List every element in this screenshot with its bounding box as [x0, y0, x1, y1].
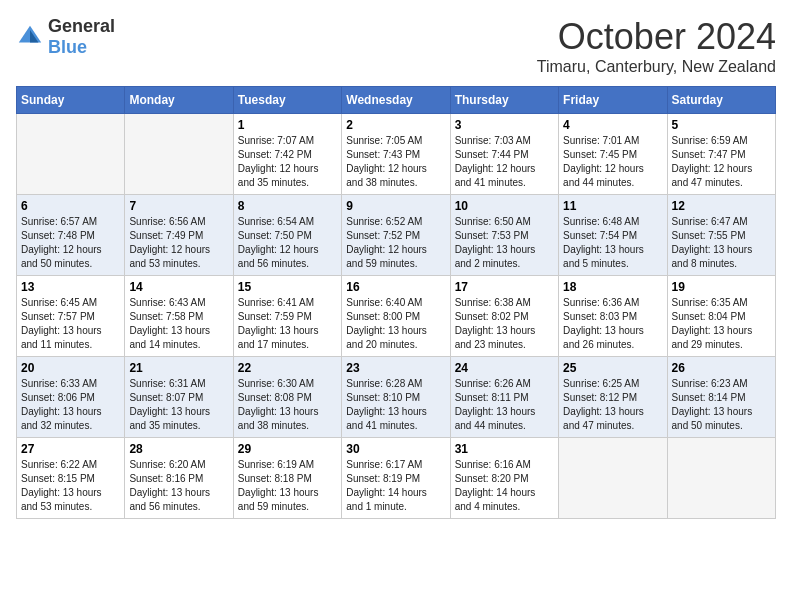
calendar-cell: 18 Sunrise: 6:36 AMSunset: 8:03 PMDaylig…	[559, 276, 667, 357]
logo-blue: Blue	[48, 37, 87, 57]
calendar-cell: 13 Sunrise: 6:45 AMSunset: 7:57 PMDaylig…	[17, 276, 125, 357]
calendar-cell: 15 Sunrise: 6:41 AMSunset: 7:59 PMDaylig…	[233, 276, 341, 357]
day-number: 26	[672, 361, 771, 375]
day-info: Sunrise: 6:31 AMSunset: 8:07 PMDaylight:…	[129, 378, 210, 431]
day-info: Sunrise: 6:50 AMSunset: 7:53 PMDaylight:…	[455, 216, 536, 269]
day-info: Sunrise: 6:35 AMSunset: 8:04 PMDaylight:…	[672, 297, 753, 350]
day-info: Sunrise: 6:17 AMSunset: 8:19 PMDaylight:…	[346, 459, 427, 512]
day-info: Sunrise: 6:59 AMSunset: 7:47 PMDaylight:…	[672, 135, 753, 188]
calendar-cell: 2 Sunrise: 7:05 AMSunset: 7:43 PMDayligh…	[342, 114, 450, 195]
day-info: Sunrise: 6:41 AMSunset: 7:59 PMDaylight:…	[238, 297, 319, 350]
calendar-cell: 9 Sunrise: 6:52 AMSunset: 7:52 PMDayligh…	[342, 195, 450, 276]
day-info: Sunrise: 6:30 AMSunset: 8:08 PMDaylight:…	[238, 378, 319, 431]
day-info: Sunrise: 6:26 AMSunset: 8:11 PMDaylight:…	[455, 378, 536, 431]
logo-icon	[16, 23, 44, 51]
day-number: 13	[21, 280, 120, 294]
calendar-cell: 12 Sunrise: 6:47 AMSunset: 7:55 PMDaylig…	[667, 195, 775, 276]
day-number: 14	[129, 280, 228, 294]
day-info: Sunrise: 6:25 AMSunset: 8:12 PMDaylight:…	[563, 378, 644, 431]
week-row-3: 13 Sunrise: 6:45 AMSunset: 7:57 PMDaylig…	[17, 276, 776, 357]
calendar-cell: 17 Sunrise: 6:38 AMSunset: 8:02 PMDaylig…	[450, 276, 558, 357]
day-number: 7	[129, 199, 228, 213]
calendar-cell: 23 Sunrise: 6:28 AMSunset: 8:10 PMDaylig…	[342, 357, 450, 438]
calendar-cell: 25 Sunrise: 6:25 AMSunset: 8:12 PMDaylig…	[559, 357, 667, 438]
day-info: Sunrise: 6:47 AMSunset: 7:55 PMDaylight:…	[672, 216, 753, 269]
day-number: 11	[563, 199, 662, 213]
day-header-friday: Friday	[559, 87, 667, 114]
calendar-cell: 26 Sunrise: 6:23 AMSunset: 8:14 PMDaylig…	[667, 357, 775, 438]
calendar-cell	[667, 438, 775, 519]
day-info: Sunrise: 6:48 AMSunset: 7:54 PMDaylight:…	[563, 216, 644, 269]
calendar-cell: 6 Sunrise: 6:57 AMSunset: 7:48 PMDayligh…	[17, 195, 125, 276]
day-info: Sunrise: 7:05 AMSunset: 7:43 PMDaylight:…	[346, 135, 427, 188]
day-number: 28	[129, 442, 228, 456]
day-info: Sunrise: 7:07 AMSunset: 7:42 PMDaylight:…	[238, 135, 319, 188]
day-number: 19	[672, 280, 771, 294]
day-header-sunday: Sunday	[17, 87, 125, 114]
month-title: October 2024	[537, 16, 776, 58]
day-number: 16	[346, 280, 445, 294]
calendar-cell	[17, 114, 125, 195]
calendar-cell: 19 Sunrise: 6:35 AMSunset: 8:04 PMDaylig…	[667, 276, 775, 357]
day-info: Sunrise: 6:23 AMSunset: 8:14 PMDaylight:…	[672, 378, 753, 431]
logo-text: General Blue	[48, 16, 115, 58]
calendar-cell	[559, 438, 667, 519]
day-number: 4	[563, 118, 662, 132]
calendar-cell: 14 Sunrise: 6:43 AMSunset: 7:58 PMDaylig…	[125, 276, 233, 357]
calendar-cell: 7 Sunrise: 6:56 AMSunset: 7:49 PMDayligh…	[125, 195, 233, 276]
calendar-cell: 11 Sunrise: 6:48 AMSunset: 7:54 PMDaylig…	[559, 195, 667, 276]
calendar-cell: 24 Sunrise: 6:26 AMSunset: 8:11 PMDaylig…	[450, 357, 558, 438]
day-number: 24	[455, 361, 554, 375]
logo-general: General	[48, 16, 115, 36]
calendar-cell: 16 Sunrise: 6:40 AMSunset: 8:00 PMDaylig…	[342, 276, 450, 357]
calendar-cell	[125, 114, 233, 195]
header-row: SundayMondayTuesdayWednesdayThursdayFrid…	[17, 87, 776, 114]
day-number: 30	[346, 442, 445, 456]
day-info: Sunrise: 7:01 AMSunset: 7:45 PMDaylight:…	[563, 135, 644, 188]
calendar-cell: 20 Sunrise: 6:33 AMSunset: 8:06 PMDaylig…	[17, 357, 125, 438]
calendar-cell: 28 Sunrise: 6:20 AMSunset: 8:16 PMDaylig…	[125, 438, 233, 519]
day-number: 20	[21, 361, 120, 375]
day-header-saturday: Saturday	[667, 87, 775, 114]
title-section: October 2024 Timaru, Canterbury, New Zea…	[537, 16, 776, 76]
day-number: 31	[455, 442, 554, 456]
day-header-monday: Monday	[125, 87, 233, 114]
day-number: 9	[346, 199, 445, 213]
day-number: 15	[238, 280, 337, 294]
calendar-cell: 4 Sunrise: 7:01 AMSunset: 7:45 PMDayligh…	[559, 114, 667, 195]
calendar-cell: 1 Sunrise: 7:07 AMSunset: 7:42 PMDayligh…	[233, 114, 341, 195]
week-row-2: 6 Sunrise: 6:57 AMSunset: 7:48 PMDayligh…	[17, 195, 776, 276]
calendar-cell: 30 Sunrise: 6:17 AMSunset: 8:19 PMDaylig…	[342, 438, 450, 519]
day-info: Sunrise: 6:36 AMSunset: 8:03 PMDaylight:…	[563, 297, 644, 350]
day-info: Sunrise: 6:40 AMSunset: 8:00 PMDaylight:…	[346, 297, 427, 350]
day-info: Sunrise: 6:22 AMSunset: 8:15 PMDaylight:…	[21, 459, 102, 512]
day-info: Sunrise: 6:45 AMSunset: 7:57 PMDaylight:…	[21, 297, 102, 350]
calendar-cell: 8 Sunrise: 6:54 AMSunset: 7:50 PMDayligh…	[233, 195, 341, 276]
day-number: 3	[455, 118, 554, 132]
calendar-cell: 31 Sunrise: 6:16 AMSunset: 8:20 PMDaylig…	[450, 438, 558, 519]
day-number: 23	[346, 361, 445, 375]
calendar-cell: 5 Sunrise: 6:59 AMSunset: 7:47 PMDayligh…	[667, 114, 775, 195]
day-number: 6	[21, 199, 120, 213]
day-number: 18	[563, 280, 662, 294]
day-number: 21	[129, 361, 228, 375]
day-number: 10	[455, 199, 554, 213]
page-header: General Blue October 2024 Timaru, Canter…	[16, 16, 776, 76]
day-number: 25	[563, 361, 662, 375]
day-number: 1	[238, 118, 337, 132]
calendar-cell: 3 Sunrise: 7:03 AMSunset: 7:44 PMDayligh…	[450, 114, 558, 195]
calendar-table: SundayMondayTuesdayWednesdayThursdayFrid…	[16, 86, 776, 519]
day-info: Sunrise: 6:16 AMSunset: 8:20 PMDaylight:…	[455, 459, 536, 512]
day-number: 2	[346, 118, 445, 132]
day-info: Sunrise: 6:43 AMSunset: 7:58 PMDaylight:…	[129, 297, 210, 350]
logo: General Blue	[16, 16, 115, 58]
calendar-cell: 29 Sunrise: 6:19 AMSunset: 8:18 PMDaylig…	[233, 438, 341, 519]
day-number: 17	[455, 280, 554, 294]
day-header-thursday: Thursday	[450, 87, 558, 114]
day-info: Sunrise: 6:54 AMSunset: 7:50 PMDaylight:…	[238, 216, 319, 269]
day-info: Sunrise: 6:33 AMSunset: 8:06 PMDaylight:…	[21, 378, 102, 431]
day-number: 12	[672, 199, 771, 213]
day-number: 27	[21, 442, 120, 456]
calendar-cell: 10 Sunrise: 6:50 AMSunset: 7:53 PMDaylig…	[450, 195, 558, 276]
day-number: 22	[238, 361, 337, 375]
